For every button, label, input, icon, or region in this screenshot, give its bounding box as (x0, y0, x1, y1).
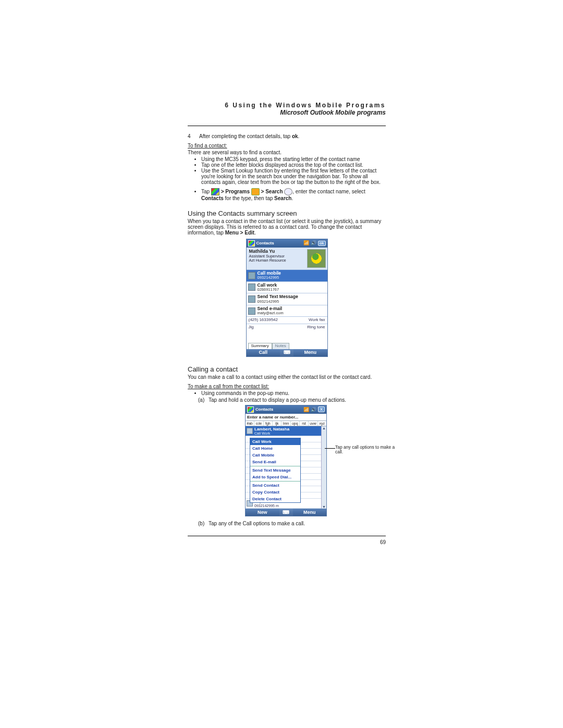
alpha-tab[interactable]: #ab (246, 421, 254, 426)
call-mobile-row[interactable]: Call mobile0932142995 (247, 269, 327, 281)
card-tabs: Summary Notes (247, 341, 327, 349)
menu-call-work[interactable]: Call Work (250, 438, 300, 445)
ok-button[interactable]: ok (318, 241, 326, 246)
menu-send-email[interactable]: Send E-mail (250, 459, 300, 465)
send-email-row[interactable]: Send e-mailmaty@azt.com (247, 305, 327, 317)
menu-copy-contact[interactable]: Copy Contact (250, 489, 300, 496)
list-item: Tap > Programs > Search , enter the cont… (201, 188, 386, 201)
contact-row-selected[interactable]: Lambert, NatashaCall Work (246, 426, 321, 436)
footer-rule (188, 536, 386, 536)
alpha-tab[interactable]: xyz (318, 421, 326, 426)
summary-screen-body: When you tap a contact in the contact li… (188, 218, 386, 236)
chapter-title: 6 Using the Windows Mobile Programs (188, 102, 386, 109)
menu-separator (250, 481, 300, 482)
step-4: 4 After completing the contact details, … (188, 133, 386, 139)
signal-icon: 📶 (303, 407, 309, 412)
call-work-row[interactable]: Call work0286911767 (247, 281, 327, 293)
alpha-tab[interactable]: lmn (282, 421, 290, 426)
find-contact-list: Using the MC35 keypad, press the startin… (188, 156, 386, 201)
ringtone-row[interactable]: JigRing tone (247, 324, 327, 331)
keyboard-icon[interactable]: ⌨ (280, 349, 293, 356)
summary-screen-heading: Using the Contacts summary screen (188, 209, 386, 217)
softkey-new[interactable]: New (246, 509, 279, 516)
contact-org: Azt Human Resource (249, 258, 305, 263)
calling-body: You can make a call to a contact using e… (188, 374, 386, 380)
menu-send-text[interactable]: Send Text Message (250, 467, 300, 474)
close-button[interactable]: X (318, 406, 325, 412)
signal-icon: 📶 (303, 241, 309, 246)
alpha-index: #ab cde fgh ijk lmn opq rst uvw xyz (246, 421, 326, 426)
search-icon (284, 188, 292, 195)
contact-header: Mathilda Yu Assistant Supervisor Azt Hum… (247, 248, 327, 269)
list-item: Use the Smart Lookup function by enterin… (201, 168, 386, 185)
soft-key-bar: New ⌨ Menu (246, 509, 326, 516)
start-icon[interactable] (247, 406, 254, 413)
softkey-menu[interactable]: Menu (293, 509, 327, 516)
page-number: 69 (188, 539, 386, 545)
find-contact-intro: There are several ways to find a contact… (188, 150, 386, 155)
calling-heading: Calling a contact (188, 365, 386, 373)
list-item: Using commands in the pop-up menu. (201, 390, 386, 396)
callout-annotation: Tap any call options to make a call. (335, 445, 398, 455)
menu-speed-dial[interactable]: Add to Speed Dial... (250, 474, 300, 480)
contact-list-screenshot: Contacts 📶 🔊 X Enter a name or number...… (245, 405, 327, 516)
app-title: Contacts (256, 241, 274, 246)
tab-notes[interactable]: Notes (272, 343, 289, 349)
softkey-call[interactable]: Call (247, 349, 280, 356)
email-icon (248, 307, 255, 315)
scrollbar[interactable]: ▲▼ (321, 426, 326, 509)
soft-key-bar: Call ⌨ Menu (247, 349, 327, 356)
alpha-tab[interactable]: uvw (309, 421, 317, 426)
menu-call-mobile[interactable]: Call Mobile (250, 452, 300, 459)
search-input[interactable]: Enter a name or number... (246, 414, 326, 421)
alpha-tab[interactable]: ijk (273, 421, 282, 426)
work-fax-row[interactable]: (425) 16339542Work fax (247, 316, 327, 324)
menu-call-home[interactable]: Call Home (250, 445, 300, 452)
menu-separator (250, 466, 300, 466)
contact-icon (247, 428, 253, 434)
programs-icon (251, 188, 260, 195)
substep-b: (b)Tap any of the Call options to make a… (188, 521, 386, 526)
start-icon[interactable] (248, 240, 255, 246)
alpha-tab[interactable]: opq (291, 421, 300, 426)
find-contact-heading: To find a contact: (188, 143, 386, 149)
call-from-list-bullets: Using commands in the pop-up menu. (188, 390, 386, 396)
header-rule (188, 126, 386, 126)
send-text-row[interactable]: Send Text Message0932142995 (247, 293, 327, 305)
context-menu: Call Work Call Home Call Mobile Send E-m… (250, 438, 301, 503)
contact-card-screenshot: Contacts 📶 🔊 ok Mathilda Yu Assistant Su… (246, 239, 328, 357)
menu-send-contact[interactable]: Send Contact (250, 482, 300, 489)
phone-icon (248, 272, 255, 279)
phone-icon (248, 283, 255, 291)
keyboard-icon[interactable]: ⌨ (279, 509, 293, 516)
volume-icon: 🔊 (311, 407, 316, 412)
alpha-tab[interactable]: cde (254, 421, 263, 426)
list-item: Tap one of the letter blocks displayed a… (201, 162, 386, 168)
softkey-menu[interactable]: Menu (293, 349, 327, 356)
page-header: 6 Using the Windows Mobile Programs Micr… (188, 102, 386, 116)
app-title: Contacts (255, 407, 273, 412)
step-text: After completing the contact details, ta… (199, 133, 299, 139)
titlebar: Contacts 📶 🔊 X (246, 405, 326, 414)
volume-icon: 🔊 (311, 241, 316, 246)
step-number: 4 (188, 133, 192, 139)
menu-delete-contact[interactable]: Delete Contact (250, 496, 300, 502)
titlebar: Contacts 📶 🔊 ok (247, 239, 327, 248)
substep-a: (a)Tap and hold a contact to display a p… (188, 397, 386, 403)
alpha-tab[interactable]: rst (300, 421, 309, 426)
section-title: Microsoft Outlook Mobile programs (188, 109, 386, 116)
tab-summary[interactable]: Summary (248, 343, 272, 349)
start-icon (211, 188, 219, 195)
alpha-tab[interactable]: fgh (264, 421, 273, 426)
call-from-list-heading: To make a call from the contact list: (188, 384, 386, 389)
sms-icon (248, 295, 255, 303)
contact-photo (307, 249, 326, 268)
list-item: Using the MC35 keypad, press the startin… (201, 156, 386, 162)
